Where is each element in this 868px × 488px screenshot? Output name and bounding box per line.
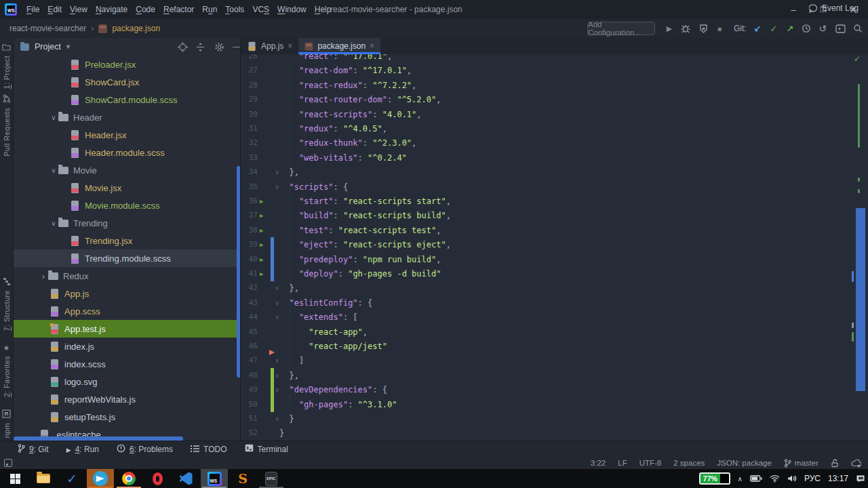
event-log-button[interactable]: Event Log: [809, 0, 859, 16]
tree-file-trending-jsx[interactable]: Trending.jsx: [14, 232, 241, 249]
tree-file-showcard-module-scss[interactable]: ShowCard.module.scss: [14, 91, 241, 108]
debug-icon[interactable]: [678, 19, 693, 38]
tree-file-reportwebvitals-js[interactable]: reportWebVitals.js: [14, 390, 241, 408]
notification-center-icon[interactable]: [856, 474, 865, 483]
hidden-icons-chevron[interactable]: ∧: [738, 475, 743, 483]
menu-edit[interactable]: Edit: [43, 5, 66, 14]
run-script-icon[interactable]: ▶: [260, 223, 263, 238]
battery-icon[interactable]: [750, 475, 762, 482]
tree-file-movie-module-scss[interactable]: Movie.module.scss: [14, 197, 241, 214]
menu-window[interactable]: Window: [273, 5, 311, 14]
git-commit-icon[interactable]: ✓: [766, 19, 781, 38]
fold-icon[interactable]: ∨: [275, 165, 279, 180]
tool-window-git[interactable]: 9: Git: [18, 444, 49, 455]
tree-folder-trending[interactable]: ∨Trending: [14, 214, 241, 232]
tool-stripe-pull-requests[interactable]: Pull Requests: [3, 94, 11, 157]
stop-icon[interactable]: ■: [712, 19, 727, 38]
tree-file-movie-jsx[interactable]: Movie.jsx: [14, 179, 241, 197]
tool-window-terminal[interactable]: Terminal: [245, 444, 288, 454]
git-push-icon[interactable]: ↗: [783, 19, 797, 38]
run-icon[interactable]: ▶: [662, 19, 677, 38]
menu-refactor[interactable]: Refactor: [159, 5, 198, 14]
locate-file-icon[interactable]: [178, 42, 188, 52]
taskbar-explorer-icon[interactable]: [30, 469, 57, 488]
code-with-me-icon[interactable]: [851, 459, 861, 468]
git-update-icon[interactable]: ↙: [750, 19, 765, 38]
breadcrumb-project[interactable]: react-movie-searcher: [9, 24, 86, 33]
keyboard-language[interactable]: РУС: [804, 474, 821, 483]
menu-file[interactable]: File: [22, 5, 43, 14]
minimize-button[interactable]: –: [778, 0, 808, 19]
tree-file-trending-module-scss[interactable]: Trending.module.scss: [14, 249, 241, 267]
tool-stripe-structure[interactable]: 7: Structure: [3, 277, 11, 331]
run-script-icon[interactable]: ▶: [260, 194, 263, 209]
add-configuration-button[interactable]: Add Configuration...: [587, 22, 655, 35]
collapse-all-icon[interactable]: [195, 42, 205, 52]
fold-icon[interactable]: ∨: [275, 353, 279, 368]
taskbar-chrome-icon[interactable]: [115, 469, 142, 488]
rollback-icon[interactable]: ↺: [815, 19, 830, 38]
tree-file-index-js[interactable]: index.js: [14, 338, 241, 355]
battery-percentage-widget[interactable]: 77%: [699, 472, 730, 485]
close-icon[interactable]: ×: [288, 42, 292, 50]
coverage-icon[interactable]: [696, 19, 711, 38]
indent-setting[interactable]: 2 spaces: [673, 459, 705, 467]
tree-file-logo-svg[interactable]: logo.svg: [14, 373, 241, 390]
taskbar-sublime-icon[interactable]: S: [229, 469, 256, 488]
code-editor[interactable]: 26 "react": "^17.0.1",27 "react-dom": "^…: [241, 54, 849, 439]
tree-file-showcard-jsx[interactable]: ShowCard.jsx: [14, 73, 241, 91]
tree-folder-header[interactable]: ∨Header: [14, 108, 241, 126]
menu-navigate[interactable]: Navigate: [92, 5, 132, 14]
tree-file-header-jsx[interactable]: Header.jsx: [14, 126, 241, 144]
caret-position[interactable]: 3:22: [591, 459, 606, 467]
tree-folder-redux[interactable]: ›Redux: [14, 267, 241, 285]
tool-stripe-project[interactable]: 1: Project: [2, 43, 11, 89]
taskbar-vscode-icon[interactable]: [172, 469, 199, 488]
file-encoding[interactable]: UTF-8: [639, 459, 662, 467]
run-anything-icon[interactable]: [833, 19, 848, 38]
chevron-down-icon[interactable]: ▼: [65, 43, 71, 50]
taskbar-opera-icon[interactable]: [144, 469, 171, 488]
taskbar-webstorm-icon[interactable]: WS: [201, 469, 228, 488]
chevron-down-icon[interactable]: ∨: [49, 114, 58, 121]
taskbar-epic-icon[interactable]: EPIC: [258, 469, 285, 488]
tree-file-app-test-js[interactable]: App.test.js: [14, 320, 241, 338]
tree-file-index-scss[interactable]: index.scss: [14, 355, 241, 373]
toggle-tool-windows-icon[interactable]: [4, 459, 12, 467]
tool-stripe-favorites[interactable]: ★2: Favorites: [3, 344, 11, 397]
git-branch-widget[interactable]: master: [784, 459, 818, 468]
fold-icon[interactable]: ∨: [275, 281, 279, 296]
tool-window-run[interactable]: ▶4: Run: [66, 445, 99, 454]
tree-file-app-js[interactable]: App.js: [14, 285, 241, 302]
wifi-icon[interactable]: [770, 474, 780, 483]
fold-icon[interactable]: ∨: [275, 296, 279, 310]
run-script-icon[interactable]: ▶: [260, 237, 263, 252]
run-script-icon[interactable]: ▶: [260, 208, 263, 223]
run-script-icon[interactable]: ▶: [260, 252, 263, 267]
tab-package-json[interactable]: package.json×: [298, 38, 380, 54]
fold-icon[interactable]: ∨: [275, 411, 279, 426]
tool-window-todo[interactable]: TODO: [191, 445, 226, 454]
file-type[interactable]: JSON: package: [717, 459, 772, 467]
fold-icon[interactable]: ∨: [275, 368, 279, 383]
tree-file-preloader-jsx[interactable]: Preloader.jsx: [14, 56, 241, 73]
tool-stripe-npm[interactable]: npm: [2, 409, 11, 438]
fold-icon[interactable]: ∨: [275, 180, 279, 195]
chevron-down-icon[interactable]: ∨: [49, 220, 58, 227]
gear-icon[interactable]: [214, 42, 224, 52]
inspections-ok-icon[interactable]: ✓: [854, 54, 861, 64]
fold-icon[interactable]: ∨: [275, 382, 279, 397]
line-separator[interactable]: LF: [618, 459, 627, 467]
menu-run[interactable]: Run: [198, 5, 221, 14]
taskbar-start-icon[interactable]: [1, 469, 28, 488]
menu-tools[interactable]: Tools: [221, 5, 248, 14]
tree-file-header-module-scss[interactable]: Header.module.scss: [14, 144, 241, 161]
tree-folder-movie[interactable]: ∨Movie: [14, 161, 241, 179]
unlock-icon[interactable]: [831, 459, 839, 468]
fold-icon[interactable]: ∨: [275, 310, 279, 325]
speaker-icon[interactable]: [787, 474, 797, 483]
hide-panel-icon[interactable]: —: [232, 42, 241, 52]
tree-file-setuptests-js[interactable]: setupTests.js: [14, 408, 241, 426]
taskbar-telegram-icon[interactable]: [87, 469, 114, 488]
history-icon[interactable]: [799, 19, 814, 38]
